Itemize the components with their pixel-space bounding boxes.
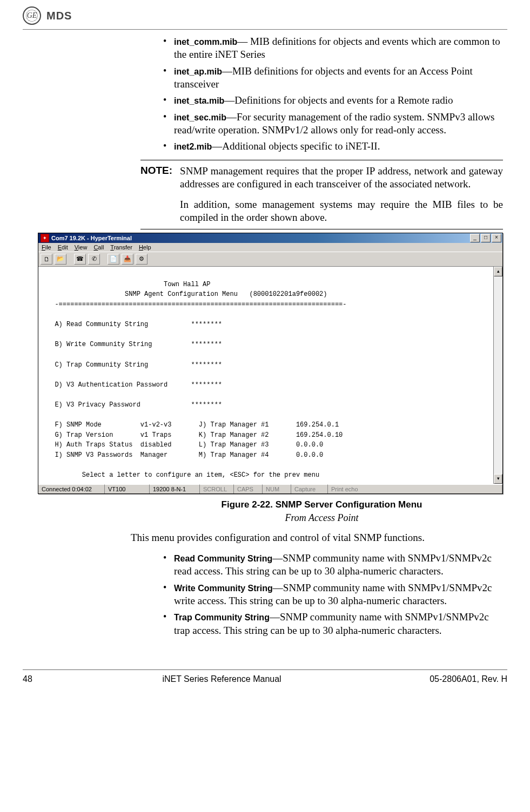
page-header: GE MDS [23, 6, 507, 30]
terminal-output[interactable]: Town Hall AP SNMP Agent Configuration Me… [38, 267, 493, 484]
mib-list: inet_comm.mib— MIB definitions for objec… [162, 35, 503, 153]
menu-edit[interactable]: Edit [58, 244, 68, 251]
term: inet_sec.mib [174, 113, 226, 122]
scroll-track[interactable] [494, 276, 502, 474]
minimize-button[interactable]: _ [470, 234, 480, 242]
menu-call[interactable]: Call [93, 244, 104, 251]
toolbar-properties-icon[interactable]: ⚙ [136, 254, 147, 265]
status-num: NUM [263, 484, 291, 493]
note-label: NOTE: [140, 165, 172, 225]
term: inet_comm.mib [174, 37, 237, 46]
status-echo: Print echo [328, 484, 502, 493]
ge-logo-icon: GE [23, 6, 41, 25]
term: inet_sta.mib [174, 96, 224, 105]
figure-subtitle: From Access Point [140, 512, 503, 524]
status-scroll: SCROLL [200, 484, 234, 493]
note-paragraph: SNMP management requires that the proper… [180, 165, 503, 191]
term-desc: —Definitions for objects and events for … [224, 94, 453, 106]
maximize-button[interactable]: □ [481, 234, 491, 242]
footer-title: iNET Series Reference Manual [44, 674, 399, 684]
status-config: 19200 8-N-1 [150, 484, 200, 493]
toolbar-send-icon[interactable]: 📄 [108, 254, 119, 265]
term: inet_ap.mib [174, 67, 222, 76]
list-item: Read Community String—SNMP community nam… [162, 552, 503, 578]
list-item: inet2.mib—Additional objects specific to… [162, 140, 503, 153]
term: inet2.mib [174, 142, 212, 151]
statusbar: Connected 0:04:02 VT100 19200 8-N-1 SCRO… [38, 484, 502, 493]
toolbar-new-icon[interactable]: 🗋 [41, 254, 52, 265]
toolbar-receive-icon[interactable]: 📥 [122, 254, 133, 265]
page-footer: 48 iNET Series Reference Manual 05-2806A… [23, 669, 507, 691]
scroll-up-icon[interactable]: ▴ [494, 267, 502, 276]
list-item: Write Community String—SNMP community na… [162, 581, 503, 608]
toolbar: 🗋 📂 ☎ ✆ 📄 📥 ⚙ [38, 252, 502, 267]
figure-caption: Figure 2-22. SNMP Server Configuration M… [140, 499, 503, 510]
menu-view[interactable]: View [75, 244, 88, 251]
menubar: File Edit View Call Transfer Help [38, 243, 502, 252]
window-titlebar: ✦ Com7 19.2K - HyperTerminal _ □ × [38, 233, 502, 243]
list-item: inet_comm.mib— MIB definitions for objec… [162, 35, 503, 62]
menu-help[interactable]: Help [139, 244, 151, 251]
list-item: Trap Community String—SNMP community nam… [162, 611, 503, 637]
hyperterminal-window: ✦ Com7 19.2K - HyperTerminal _ □ × File … [38, 233, 503, 494]
status-connected: Connected 0:04:02 [38, 484, 105, 493]
scroll-down-icon[interactable]: ▾ [494, 474, 502, 484]
list-item: inet_sta.mib—Definitions for objects and… [162, 94, 503, 107]
status-emulation: VT100 [105, 484, 150, 493]
toolbar-connect-icon[interactable]: ☎ [74, 254, 86, 265]
term: Read Community String [174, 554, 272, 563]
toolbar-disconnect-icon[interactable]: ✆ [88, 254, 100, 265]
footer-doc-id: 05-2806A01, Rev. H [399, 674, 507, 684]
menu-file[interactable]: File [42, 244, 51, 251]
term: Trap Community String [174, 613, 270, 622]
close-button[interactable]: × [492, 234, 501, 242]
term-desc: —Additional objects specific to iNET-II. [212, 140, 380, 152]
vertical-scrollbar[interactable]: ▴ ▾ [493, 267, 502, 484]
app-icon: ✦ [41, 234, 49, 242]
intro-paragraph: This menu provides configuration and con… [131, 531, 503, 544]
status-capture: Capture [291, 484, 328, 493]
list-item: inet_sec.mib—For security management of … [162, 111, 503, 137]
toolbar-open-icon[interactable]: 📂 [55, 254, 66, 265]
window-title: Com7 19.2K - HyperTerminal [51, 235, 470, 241]
brand-text: MDS [46, 10, 72, 22]
menu-transfer[interactable]: Transfer [110, 244, 132, 251]
list-item: inet_ap.mib—MIB definitions for objects … [162, 65, 503, 91]
footer-page-number: 48 [23, 674, 44, 684]
status-caps: CAPS [234, 484, 263, 493]
description-list: Read Community String—SNMP community nam… [162, 552, 503, 637]
note-block: NOTE: SNMP management requires that the … [140, 160, 503, 229]
note-paragraph: In addition, some management systems may… [180, 198, 503, 225]
term: Write Community String [174, 584, 273, 593]
